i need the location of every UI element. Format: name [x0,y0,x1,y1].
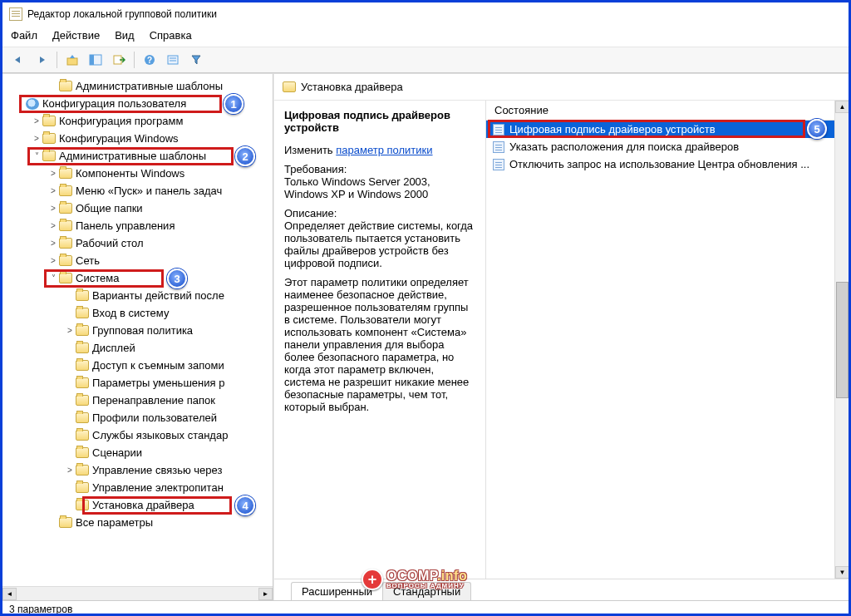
folder-icon [42,150,56,161]
scrollbar-thumb[interactable] [836,282,849,398]
export-list-button[interactable] [108,50,130,70]
caret-icon[interactable]: > [47,185,59,197]
tree-item[interactable]: >Общие папки [6,200,273,217]
tree-item[interactable]: >Групповая политика [6,322,273,339]
detail-body: Цифровая подпись драйверов устройств Изм… [274,101,849,579]
tree-item[interactable]: Вход в систему [6,304,273,322]
tree-item[interactable]: Дисплей [6,339,273,357]
svg-text:?: ? [147,56,152,65]
tree-item[interactable]: Сценарии [6,444,273,461]
menu-action[interactable]: Действие [52,29,100,42]
setting-row[interactable]: Указать расположения для поиска драйверо… [486,138,849,155]
tree-item[interactable]: Перенаправление папок [6,392,273,409]
tree-pane: Административные шаблоны˅Конфигурация по… [2,74,273,600]
folder-icon [59,203,72,214]
content-area: Административные шаблоны˅Конфигурация по… [2,73,849,600]
watermark-text: OCOMP.info ВОПРОСЫ АДМИНУ [386,570,467,589]
tree-item-label: Перенаправление папок [92,393,215,408]
folder-icon [76,500,89,510]
menu-help[interactable]: Справка [150,29,192,42]
tree-item-label: Доступ к съемным запоми [92,358,224,373]
folder-icon [76,482,89,493]
tree-item-label: Сценарии [92,446,142,461]
menu-file[interactable]: Файл [11,29,37,42]
tree-item[interactable]: >Меню «Пуск» и панель задач [6,182,273,200]
caret-icon[interactable]: ˅ [47,273,59,284]
horizontal-scrollbar[interactable]: ◄ ► [2,586,273,600]
forward-button[interactable] [31,50,52,70]
folder-icon [59,168,72,179]
tree-item-label: Компоненты Windows [76,166,184,181]
scroll-down-icon[interactable]: ▼ [835,566,849,579]
tree-item[interactable]: >Компоненты Windows [6,165,273,182]
folder-icon [59,273,72,283]
folder-icon [42,133,56,144]
folder-icon [42,116,56,126]
tree-item[interactable]: ˅Система [6,269,273,287]
watermark-badge-icon: + [362,569,383,590]
detail-header: Установка драйвера [274,74,849,101]
tree-item-label: Панель управления [76,219,175,234]
tree-item[interactable]: >Панель управления [6,217,273,234]
tree-item[interactable]: ˅Административные шаблоны [6,147,273,165]
folder-icon [76,412,89,423]
caret-icon[interactable]: > [47,168,59,180]
caret-icon[interactable]: > [31,133,42,145]
setting-row[interactable]: Цифровая подпись драйверов устройств [486,121,849,138]
tree-item[interactable]: Установка драйвера [6,496,273,514]
tree-item[interactable]: Административные шаблоны [6,77,273,95]
scroll-left-icon[interactable]: ◄ [2,588,17,600]
tree-item[interactable]: Параметры уменьшения р [6,374,273,392]
tree-item-label: Рабочий стол [76,236,144,251]
policy-icon [493,124,504,136]
tree-item[interactable]: >Сеть [6,252,273,269]
tree-item[interactable]: Профили пользователей [6,409,273,426]
caret-icon[interactable]: > [47,203,59,214]
caret-icon[interactable]: > [64,465,76,476]
scroll-right-icon[interactable]: ► [258,588,273,600]
properties-button[interactable] [162,50,184,70]
scroll-up-icon[interactable]: ▲ [835,101,849,113]
edit-policy-link[interactable]: параметр политики [336,144,432,156]
tree-item[interactable]: >Управление связью через [6,461,273,479]
tree-item[interactable]: Управление электропитан [6,479,273,496]
tree-item[interactable]: Доступ к съемным запоми [6,357,273,374]
tree[interactable]: Административные шаблоны˅Конфигурация по… [2,74,273,571]
setting-row[interactable]: Отключить запрос на использование Центра… [486,155,849,173]
caret-icon[interactable]: > [47,220,59,232]
help-button[interactable]: ? [139,50,160,70]
tree-item[interactable]: Варианты действий после [6,287,273,304]
tree-item-label: Общие папки [76,201,143,216]
caret-icon[interactable]: ˅ [14,98,26,110]
caret-icon[interactable]: > [47,238,59,249]
tree-item-label: Параметры уменьшения р [92,376,224,391]
vertical-scrollbar[interactable]: ▲ ▼ [834,101,849,579]
tree-item[interactable]: >Конфигурация программ [6,112,273,130]
caret-icon[interactable]: > [64,325,76,337]
caret-icon[interactable]: > [47,255,59,267]
detail-description-panel: Цифровая подпись драйверов устройств Изм… [274,101,485,579]
back-button[interactable] [7,50,29,70]
tree-item[interactable]: Все параметры [6,514,273,531]
tree-item-label: Групповая политика [92,323,193,338]
folder-icon [76,430,89,441]
column-header-state[interactable]: Состояние [486,101,849,121]
menu-view[interactable]: Вид [115,29,135,42]
tree-item-label: Профили пользователей [92,411,217,426]
show-hide-tree-button[interactable] [85,50,106,70]
caret-icon[interactable]: ˅ [31,150,42,162]
policy-icon [493,159,504,170]
folder-icon [76,465,89,476]
requirements-text: Только Windows Server 2003, Windows XP и… [284,175,430,200]
filter-button[interactable] [185,50,207,70]
tree-item[interactable]: Службы языковых стандар [6,426,273,444]
folder-icon [59,255,72,266]
up-button[interactable] [61,50,83,70]
tree-item[interactable]: >Рабочий стол [6,234,273,252]
caret-icon[interactable]: > [31,116,42,127]
folder-icon [59,220,72,231]
policy-icon [493,141,504,153]
separator [134,52,135,68]
svg-rect-0 [67,58,77,65]
tree-item[interactable]: >Конфигурация Windows [6,130,273,147]
